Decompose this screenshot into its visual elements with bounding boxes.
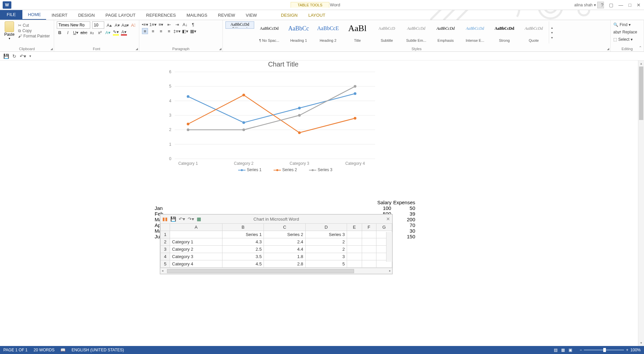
superscript-icon[interactable]: x²: [97, 29, 103, 35]
tab-home[interactable]: HOME: [22, 10, 46, 20]
strikethrough-icon[interactable]: abc: [81, 29, 87, 35]
text-effects-icon[interactable]: A▾: [105, 29, 111, 35]
redo-icon[interactable]: ↷▾: [188, 216, 194, 222]
style-intense-e-[interactable]: AaBbCcDdIntense E...: [461, 21, 489, 43]
style-emphasis[interactable]: AaBbCcDdEmphasis: [431, 21, 460, 43]
style-heading-1[interactable]: AaBbCcHeading 1: [284, 21, 313, 43]
proofing-icon[interactable]: 📖: [60, 348, 65, 352]
underline-icon[interactable]: U▾: [73, 29, 79, 35]
align-center-icon[interactable]: ≡: [150, 28, 156, 34]
status-words[interactable]: 20 WORDS: [33, 348, 54, 352]
style--no-spac-[interactable]: AaBbCcDd¶ No Spac...: [255, 21, 284, 43]
style-strong[interactable]: AaBbCcDdStrong: [490, 21, 519, 43]
sort-icon[interactable]: A↓: [182, 21, 188, 27]
restore-icon[interactable]: □: [627, 2, 633, 8]
justify-icon[interactable]: ≡: [166, 28, 172, 34]
multilevel-list-icon[interactable]: ≡▾: [158, 21, 164, 27]
status-page[interactable]: PAGE 1 OF 1: [3, 348, 27, 352]
zoom-slider[interactable]: [584, 350, 624, 350]
grow-font-icon[interactable]: A▴: [106, 22, 112, 28]
ribbon-display-icon[interactable]: ▢: [608, 2, 615, 8]
help-icon[interactable]: ?: [600, 2, 605, 8]
status-language[interactable]: ENGLISH (UNITED STATES): [71, 348, 124, 352]
zoom-level[interactable]: 100%: [630, 348, 641, 352]
undo-icon[interactable]: ↶▾: [179, 216, 185, 222]
align-right-icon[interactable]: ≡: [158, 28, 164, 34]
styles-gallery[interactable]: AaBbCcDd¶ NormalAaBbCcDd¶ No Spac...AaBb…: [225, 21, 608, 43]
style-quote[interactable]: AaBbCcDdQuote: [519, 21, 548, 43]
print-layout-icon[interactable]: ▦: [561, 348, 565, 352]
line-spacing-icon[interactable]: ‡≡▾: [174, 28, 180, 34]
scrollbar-thumb[interactable]: [639, 67, 643, 120]
dialog-launcher-icon[interactable]: ◢: [50, 47, 53, 50]
zoom-in-icon[interactable]: +: [626, 348, 628, 352]
tab-mailings[interactable]: MAILINGS: [181, 11, 212, 20]
shading-icon[interactable]: ◧▾: [182, 28, 188, 34]
dialog-launcher-icon[interactable]: ◢: [136, 47, 138, 50]
format-painter-button[interactable]: 🖌Format Painter: [18, 34, 50, 38]
repeat-icon[interactable]: ↻: [12, 53, 16, 59]
style-heading-2[interactable]: AaBbCcEHeading 2: [314, 21, 342, 43]
save-icon[interactable]: 💾: [3, 53, 9, 59]
save-icon[interactable]: 💾: [170, 216, 176, 222]
vertical-scrollbar[interactable]: [386, 232, 392, 262]
style-subtle-em-[interactable]: AaBbCcDdSubtle Em...: [402, 21, 431, 43]
dialog-launcher-icon[interactable]: ◢: [607, 47, 609, 50]
tab-page-layout[interactable]: PAGE LAYOUT: [100, 11, 141, 20]
change-case-icon[interactable]: Aa▾: [122, 22, 128, 28]
close-icon[interactable]: ✕: [635, 2, 642, 8]
chart[interactable]: Chart Title 0123456Category 1Category 2C…: [155, 61, 412, 188]
tab-file[interactable]: FILE: [0, 9, 22, 20]
style--normal[interactable]: AaBbCcDd¶ Normal: [225, 21, 254, 29]
styles-more-icon[interactable]: ▴▾▾: [549, 21, 555, 43]
tab-insert[interactable]: INSERT: [46, 11, 72, 20]
bold-icon[interactable]: B: [57, 29, 63, 35]
scrollbar-thumb[interactable]: [167, 269, 354, 273]
paste-button[interactable]: Paste ▾: [3, 21, 16, 40]
borders-icon[interactable]: ▦▾: [190, 28, 196, 34]
clear-formatting-icon[interactable]: A⃠: [130, 22, 136, 28]
align-left-icon[interactable]: ≡: [142, 28, 148, 34]
collapse-ribbon-icon[interactable]: ⌃: [639, 45, 642, 50]
replace-button[interactable]: ab⇄Replace: [613, 29, 641, 35]
font-size-select[interactable]: [92, 21, 104, 29]
decrease-indent-icon[interactable]: ⇤: [166, 21, 172, 27]
web-layout-icon[interactable]: ▣: [569, 348, 572, 352]
numbering-icon[interactable]: 1≡▾: [150, 21, 156, 27]
dialog-launcher-icon[interactable]: ◢: [219, 47, 221, 50]
minimize-icon[interactable]: —: [617, 2, 625, 8]
style-title[interactable]: AaBlTitle: [343, 21, 372, 43]
shrink-font-icon[interactable]: A▾: [114, 22, 120, 28]
tab-design[interactable]: DESIGN: [73, 11, 100, 20]
datasheet-grid[interactable]: ABCDEFG1Series 1Series 2Series 32Categor…: [160, 223, 392, 268]
embedded-datasheet[interactable]: ▮▮ 💾 ↶▾ ↷▾ ▦ Chart in Microsoft Word ✕ A…: [160, 214, 392, 274]
select-button[interactable]: ⬚Select▾: [613, 36, 641, 43]
zoom-control[interactable]: − + 100%: [580, 348, 641, 352]
style-subtitle[interactable]: AaBbCcDSubtitle: [372, 21, 401, 43]
zoom-out-icon[interactable]: −: [580, 348, 582, 352]
horizontal-scrollbar[interactable]: ◂ ▸: [160, 268, 392, 274]
copy-button[interactable]: ⧉Copy: [18, 28, 50, 33]
font-family-select[interactable]: [57, 21, 90, 29]
subscript-icon[interactable]: x₂: [89, 29, 95, 35]
bullets-icon[interactable]: •≡▾: [142, 21, 148, 27]
chart-type-icon[interactable]: ▮▮: [162, 216, 168, 222]
customize-qat-icon[interactable]: ▾: [29, 54, 31, 58]
font-color-icon[interactable]: A▾: [121, 29, 127, 35]
context-tab-design[interactable]: DESIGN: [276, 11, 303, 20]
increase-indent-icon[interactable]: ⇥: [174, 21, 180, 27]
show-marks-icon[interactable]: ¶: [190, 21, 196, 27]
undo-icon[interactable]: ↶▾: [20, 53, 26, 59]
italic-icon[interactable]: I: [65, 29, 71, 35]
tab-review[interactable]: REVIEW: [213, 11, 240, 20]
read-mode-icon[interactable]: ▤: [554, 348, 557, 352]
vertical-scrollbar[interactable]: ▴ ▾: [638, 61, 644, 346]
context-tab-layout[interactable]: LAYOUT: [303, 11, 331, 20]
edit-in-excel-icon[interactable]: ▦: [197, 216, 201, 222]
tab-references[interactable]: REFERENCES: [141, 11, 181, 20]
find-button[interactable]: 🔍Find▾: [613, 21, 641, 28]
cut-button[interactable]: ✂Cut: [18, 23, 50, 28]
tab-view[interactable]: VIEW: [240, 11, 262, 20]
close-icon[interactable]: ✕: [386, 216, 390, 222]
highlight-icon[interactable]: ✎▾: [113, 29, 119, 35]
